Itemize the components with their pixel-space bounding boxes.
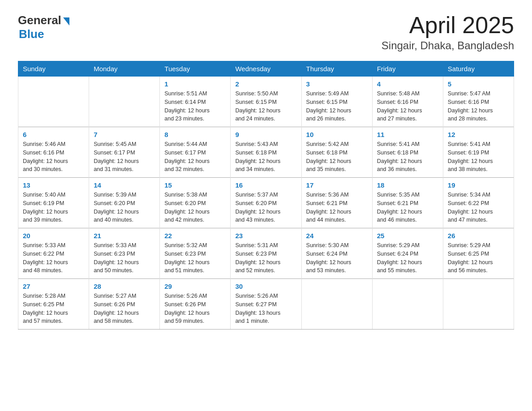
header-cell-wednesday: Wednesday xyxy=(231,61,301,77)
logo-blue-text: Blue xyxy=(19,27,44,41)
day-info: Sunrise: 5:49 AM Sunset: 6:15 PM Dayligh… xyxy=(306,90,368,123)
day-info: Sunrise: 5:27 AM Sunset: 6:26 PM Dayligh… xyxy=(94,292,155,325)
week-row-5: 27Sunrise: 5:28 AM Sunset: 6:25 PM Dayli… xyxy=(18,279,514,330)
day-cell: 13Sunrise: 5:40 AM Sunset: 6:19 PM Dayli… xyxy=(18,178,89,228)
day-cell xyxy=(18,77,89,127)
title-block: April 2025 Singair, Dhaka, Bangladesh xyxy=(382,13,514,52)
day-cell: 15Sunrise: 5:38 AM Sunset: 6:20 PM Dayli… xyxy=(160,178,231,228)
day-info: Sunrise: 5:48 AM Sunset: 6:16 PM Dayligh… xyxy=(377,90,438,123)
day-cell: 1Sunrise: 5:51 AM Sunset: 6:14 PM Daylig… xyxy=(160,77,231,127)
day-info: Sunrise: 5:39 AM Sunset: 6:20 PM Dayligh… xyxy=(94,191,155,224)
day-number: 8 xyxy=(164,131,226,138)
day-cell xyxy=(301,279,372,330)
day-info: Sunrise: 5:35 AM Sunset: 6:21 PM Dayligh… xyxy=(377,191,438,224)
day-number: 27 xyxy=(23,283,84,290)
day-cell: 2Sunrise: 5:50 AM Sunset: 6:15 PM Daylig… xyxy=(231,77,301,127)
day-info: Sunrise: 5:41 AM Sunset: 6:19 PM Dayligh… xyxy=(448,140,509,174)
day-number: 13 xyxy=(23,181,84,189)
day-number: 6 xyxy=(23,131,84,138)
logo-general-text: General xyxy=(18,13,61,27)
day-cell: 11Sunrise: 5:41 AM Sunset: 6:18 PM Dayli… xyxy=(372,127,443,178)
day-number: 20 xyxy=(23,232,84,240)
day-number: 30 xyxy=(235,283,296,290)
day-number: 19 xyxy=(448,181,509,189)
day-number: 11 xyxy=(377,131,438,138)
day-info: Sunrise: 5:46 AM Sunset: 6:16 PM Dayligh… xyxy=(23,140,84,174)
day-info: Sunrise: 5:47 AM Sunset: 6:16 PM Dayligh… xyxy=(448,90,509,123)
day-number: 25 xyxy=(377,232,438,240)
week-row-2: 6Sunrise: 5:46 AM Sunset: 6:16 PM Daylig… xyxy=(18,127,514,178)
day-cell: 7Sunrise: 5:45 AM Sunset: 6:17 PM Daylig… xyxy=(89,127,160,178)
header-cell-monday: Monday xyxy=(89,61,160,77)
day-cell: 24Sunrise: 5:30 AM Sunset: 6:24 PM Dayli… xyxy=(301,228,372,279)
day-cell xyxy=(372,279,443,330)
day-cell: 12Sunrise: 5:41 AM Sunset: 6:19 PM Dayli… xyxy=(443,127,514,178)
day-info: Sunrise: 5:31 AM Sunset: 6:23 PM Dayligh… xyxy=(235,241,296,275)
day-cell: 8Sunrise: 5:44 AM Sunset: 6:17 PM Daylig… xyxy=(160,127,231,178)
day-number: 2 xyxy=(235,80,296,88)
day-info: Sunrise: 5:41 AM Sunset: 6:18 PM Dayligh… xyxy=(377,140,438,174)
day-cell: 4Sunrise: 5:48 AM Sunset: 6:16 PM Daylig… xyxy=(372,77,443,127)
page-header: General Blue April 2025 Singair, Dhaka, … xyxy=(18,13,514,52)
day-cell: 5Sunrise: 5:47 AM Sunset: 6:16 PM Daylig… xyxy=(443,77,514,127)
day-number: 12 xyxy=(448,131,509,138)
header-cell-saturday: Saturday xyxy=(443,61,514,77)
day-cell: 28Sunrise: 5:27 AM Sunset: 6:26 PM Dayli… xyxy=(89,279,160,330)
page-title: April 2025 xyxy=(382,13,514,37)
day-cell: 10Sunrise: 5:42 AM Sunset: 6:18 PM Dayli… xyxy=(301,127,372,178)
day-info: Sunrise: 5:45 AM Sunset: 6:17 PM Dayligh… xyxy=(94,140,155,174)
day-info: Sunrise: 5:30 AM Sunset: 6:24 PM Dayligh… xyxy=(306,241,368,275)
header-cell-tuesday: Tuesday xyxy=(160,61,231,77)
header-cell-friday: Friday xyxy=(372,61,443,77)
day-info: Sunrise: 5:29 AM Sunset: 6:24 PM Dayligh… xyxy=(377,241,438,275)
day-cell xyxy=(89,77,160,127)
day-info: Sunrise: 5:43 AM Sunset: 6:18 PM Dayligh… xyxy=(235,140,296,174)
day-info: Sunrise: 5:40 AM Sunset: 6:19 PM Dayligh… xyxy=(23,191,84,224)
day-info: Sunrise: 5:38 AM Sunset: 6:20 PM Dayligh… xyxy=(164,191,226,224)
day-number: 22 xyxy=(164,232,226,240)
page-subtitle: Singair, Dhaka, Bangladesh xyxy=(382,39,514,52)
day-cell: 29Sunrise: 5:26 AM Sunset: 6:26 PM Dayli… xyxy=(160,279,231,330)
day-cell: 25Sunrise: 5:29 AM Sunset: 6:24 PM Dayli… xyxy=(372,228,443,279)
day-info: Sunrise: 5:26 AM Sunset: 6:27 PM Dayligh… xyxy=(235,292,296,325)
day-cell: 30Sunrise: 5:26 AM Sunset: 6:27 PM Dayli… xyxy=(231,279,301,330)
day-info: Sunrise: 5:37 AM Sunset: 6:20 PM Dayligh… xyxy=(235,191,296,224)
day-cell: 18Sunrise: 5:35 AM Sunset: 6:21 PM Dayli… xyxy=(372,178,443,228)
day-number: 14 xyxy=(94,181,155,189)
calendar-body: 1Sunrise: 5:51 AM Sunset: 6:14 PM Daylig… xyxy=(18,77,514,330)
day-number: 28 xyxy=(94,283,155,290)
header-cell-thursday: Thursday xyxy=(301,61,372,77)
day-cell: 3Sunrise: 5:49 AM Sunset: 6:15 PM Daylig… xyxy=(301,77,372,127)
day-info: Sunrise: 5:42 AM Sunset: 6:18 PM Dayligh… xyxy=(306,140,368,174)
day-cell: 16Sunrise: 5:37 AM Sunset: 6:20 PM Dayli… xyxy=(231,178,301,228)
day-cell: 6Sunrise: 5:46 AM Sunset: 6:16 PM Daylig… xyxy=(18,127,89,178)
day-number: 17 xyxy=(306,181,368,189)
day-info: Sunrise: 5:29 AM Sunset: 6:25 PM Dayligh… xyxy=(448,241,509,275)
day-info: Sunrise: 5:32 AM Sunset: 6:23 PM Dayligh… xyxy=(164,241,226,275)
day-info: Sunrise: 5:50 AM Sunset: 6:15 PM Dayligh… xyxy=(235,90,296,123)
header-row: SundayMondayTuesdayWednesdayThursdayFrid… xyxy=(18,61,514,77)
day-info: Sunrise: 5:44 AM Sunset: 6:17 PM Dayligh… xyxy=(164,140,226,174)
day-cell: 20Sunrise: 5:33 AM Sunset: 6:22 PM Dayli… xyxy=(18,228,89,279)
day-cell: 14Sunrise: 5:39 AM Sunset: 6:20 PM Dayli… xyxy=(89,178,160,228)
day-info: Sunrise: 5:33 AM Sunset: 6:22 PM Dayligh… xyxy=(23,241,84,275)
logo: General Blue xyxy=(18,13,69,41)
day-number: 21 xyxy=(94,232,155,240)
day-cell: 23Sunrise: 5:31 AM Sunset: 6:23 PM Dayli… xyxy=(231,228,301,279)
day-number: 29 xyxy=(164,283,226,290)
calendar-header: SundayMondayTuesdayWednesdayThursdayFrid… xyxy=(18,61,514,77)
day-number: 9 xyxy=(235,131,296,138)
day-cell: 26Sunrise: 5:29 AM Sunset: 6:25 PM Dayli… xyxy=(443,228,514,279)
day-number: 1 xyxy=(164,80,226,88)
day-cell: 17Sunrise: 5:36 AM Sunset: 6:21 PM Dayli… xyxy=(301,178,372,228)
day-number: 4 xyxy=(377,80,438,88)
day-cell: 9Sunrise: 5:43 AM Sunset: 6:18 PM Daylig… xyxy=(231,127,301,178)
day-info: Sunrise: 5:33 AM Sunset: 6:23 PM Dayligh… xyxy=(94,241,155,275)
day-number: 24 xyxy=(306,232,368,240)
day-cell: 21Sunrise: 5:33 AM Sunset: 6:23 PM Dayli… xyxy=(89,228,160,279)
day-number: 10 xyxy=(306,131,368,138)
day-number: 3 xyxy=(306,80,368,88)
day-cell xyxy=(443,279,514,330)
day-cell: 22Sunrise: 5:32 AM Sunset: 6:23 PM Dayli… xyxy=(160,228,231,279)
day-number: 16 xyxy=(235,181,296,189)
